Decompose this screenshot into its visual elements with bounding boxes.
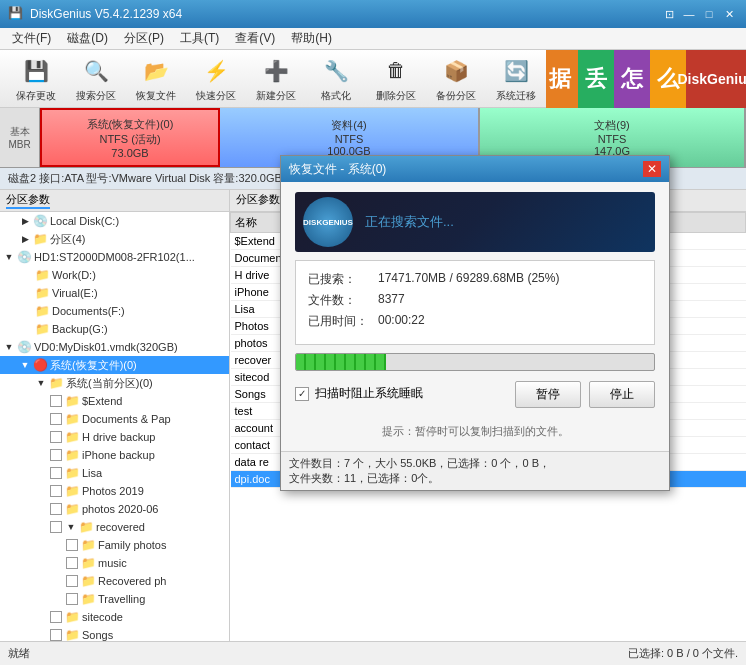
pause-button[interactable]: 暂停 (515, 381, 581, 408)
dialog-footer: 文件数目：7 个，大小 55.0KB，已选择：0 个，0 B， 文件夹数：11，… (281, 451, 669, 490)
footer-line1: 文件数目：7 个，大小 55.0KB，已选择：0 个，0 B， (289, 456, 661, 471)
dialog-close-button[interactable]: ✕ (643, 161, 661, 177)
dialog-header-image: DISKGENIUS 正在搜索文件... (295, 192, 655, 252)
dialog-hint: 提示：暂停时可以复制扫描到的文件。 (295, 422, 655, 441)
stop-button[interactable]: 停止 (589, 381, 655, 408)
progress-bar-container (295, 353, 655, 371)
sleep-checkbox[interactable] (295, 387, 309, 401)
dialog-title-bar: 恢复文件 - 系统(0) ✕ (281, 156, 669, 182)
dialog-overlay: 恢复文件 - 系统(0) ✕ DISKGENIUS 正在搜索文件... 已搜索：… (0, 0, 746, 665)
searched-row: 已搜索： 17471.70MB / 69289.68MB (25%) (308, 271, 642, 288)
searching-text: 正在搜索文件... (365, 213, 454, 231)
file-count-row: 文件数： 8377 (308, 292, 642, 309)
time-row: 已用时间： 00:00:22 (308, 313, 642, 330)
dialog-buttons: 暂停 停止 (515, 381, 655, 408)
recovery-dialog: 恢复文件 - 系统(0) ✕ DISKGENIUS 正在搜索文件... 已搜索：… (280, 155, 670, 491)
dialog-options: 扫描时阻止系统睡眠 (295, 385, 423, 402)
sleep-label: 扫描时阻止系统睡眠 (315, 385, 423, 402)
dialog-title-text: 恢复文件 - 系统(0) (289, 161, 643, 178)
diskgenius-logo: DISKGENIUS (303, 197, 353, 247)
footer-line2: 文件夹数：11，已选择：0个。 (289, 471, 661, 486)
progress-info: 已搜索： 17471.70MB / 69289.68MB (25%) 文件数： … (295, 260, 655, 345)
dialog-body: DISKGENIUS 正在搜索文件... 已搜索： 17471.70MB / 6… (281, 182, 669, 451)
progress-bar-fill (296, 354, 386, 370)
